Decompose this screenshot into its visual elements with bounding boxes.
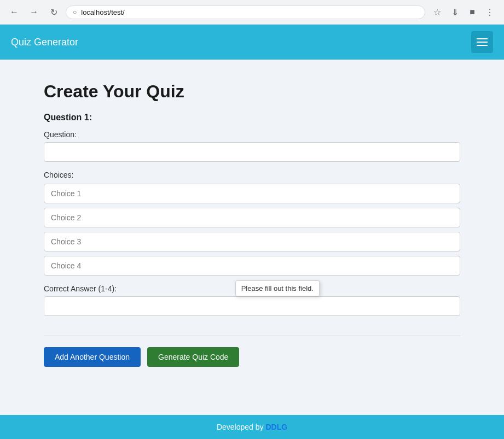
footer-link[interactable]: DDLG xyxy=(265,423,287,431)
download-button[interactable]: ⇓ xyxy=(447,4,462,20)
app-footer: Developed by DDLG xyxy=(0,415,504,439)
app-header: Quiz Generator xyxy=(0,25,504,60)
extensions-button[interactable]: ■ xyxy=(465,4,480,20)
app-title: Quiz Generator xyxy=(11,37,78,48)
url-text: localhost/test/ xyxy=(81,8,125,16)
question-field-label: Question: xyxy=(44,130,460,139)
menu-line-3 xyxy=(477,45,488,46)
back-button[interactable]: ← xyxy=(7,4,22,20)
bookmark-button[interactable]: ☆ xyxy=(430,4,445,20)
question-input[interactable] xyxy=(44,142,460,162)
menu-dots-button[interactable]: ⋮ xyxy=(482,4,497,20)
page-heading: Create Your Quiz xyxy=(44,81,460,102)
choice-4-input[interactable] xyxy=(44,256,460,276)
choice-2-input[interactable] xyxy=(44,208,460,227)
question-number-label: Question 1: xyxy=(44,113,460,122)
choices-label: Choices: xyxy=(44,171,460,179)
choice-4-wrapper: Please fill out this field. xyxy=(44,256,460,280)
add-question-button[interactable]: Add Another Question xyxy=(44,347,141,367)
address-bar[interactable]: ○ localhost/test/ xyxy=(66,5,425,19)
buttons-row: Add Another Question Generate Quiz Code xyxy=(44,347,460,367)
question-block-1: Question 1: Question: Choices: Please fi… xyxy=(44,113,460,336)
menu-line-2 xyxy=(477,42,488,43)
choice-1-input[interactable] xyxy=(44,184,460,203)
browser-chrome: ← → ↻ ○ localhost/test/ ☆ ⇓ ■ ⋮ xyxy=(0,0,504,25)
toolbar-right: ☆ ⇓ ■ ⋮ xyxy=(430,4,497,20)
hamburger-menu-button[interactable] xyxy=(471,31,493,53)
section-divider xyxy=(44,336,460,336)
lock-icon: ○ xyxy=(73,8,77,16)
validation-tooltip: Please fill out this field. xyxy=(235,280,320,296)
choice-3-input[interactable] xyxy=(44,232,460,251)
main-content: Create Your Quiz Question 1: Question: C… xyxy=(0,60,504,415)
menu-line-1 xyxy=(477,38,488,39)
correct-answer-input[interactable] xyxy=(44,296,460,316)
generate-quiz-button[interactable]: Generate Quiz Code xyxy=(147,347,239,367)
forward-button[interactable]: → xyxy=(26,4,42,20)
reload-button[interactable]: ↻ xyxy=(46,4,61,20)
choices-container: Please fill out this field. xyxy=(44,184,460,280)
footer-text: Developed by xyxy=(217,423,266,431)
